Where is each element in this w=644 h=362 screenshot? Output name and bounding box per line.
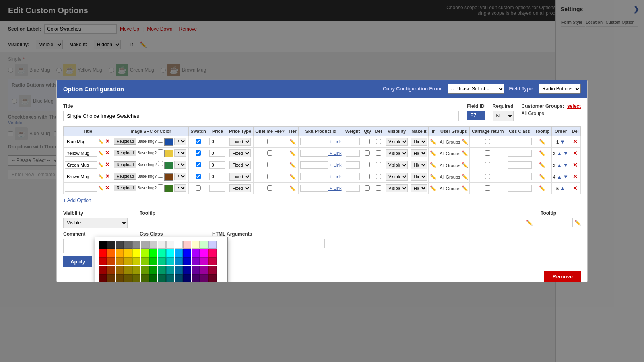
color-swatch-cell[interactable] xyxy=(116,257,124,265)
color-swatch-cell[interactable] xyxy=(192,274,200,282)
color-swatch-cell[interactable] xyxy=(175,274,183,282)
color-swatch-cell[interactable] xyxy=(124,241,132,249)
color-swatch-cell[interactable] xyxy=(141,257,149,265)
color-swatch-cell[interactable] xyxy=(192,241,200,249)
color-swatch-cell[interactable] xyxy=(200,249,208,257)
color-swatch-cell[interactable] xyxy=(107,257,115,265)
tier-pencil-icon[interactable]: ✏️ xyxy=(289,185,296,191)
css-class-row-input[interactable] xyxy=(508,161,532,169)
vis-select[interactable]: VisibleHidden xyxy=(386,161,408,169)
color-type-select[interactable]: ▼ xyxy=(174,138,186,145)
color-swatch-cell[interactable] xyxy=(208,241,217,249)
user-groups-pencil-icon[interactable]: ✏️ xyxy=(462,185,468,191)
color-swatch-cell[interactable] xyxy=(208,249,217,257)
vis-select[interactable]: VisibleHidden xyxy=(386,138,408,146)
color-swatch-cell[interactable] xyxy=(107,274,115,282)
color-swatch-cell[interactable] xyxy=(99,266,107,274)
title-x-icon[interactable]: ✕ xyxy=(105,173,110,179)
onetime-check[interactable] xyxy=(267,162,272,167)
onetime-check[interactable] xyxy=(267,185,272,191)
price-input[interactable] xyxy=(209,150,225,157)
price-type-select[interactable]: Fixed% xyxy=(229,184,251,192)
swatch-check[interactable] xyxy=(196,185,201,191)
color-type-select[interactable]: ▼ xyxy=(174,149,186,157)
make-it-row-select[interactable]: HiddVisi xyxy=(411,149,427,157)
add-option-link[interactable]: + Add Option xyxy=(63,197,91,203)
def-check[interactable] xyxy=(376,150,381,156)
remove-button[interactable]: Remove xyxy=(544,271,581,282)
color-swatch-cell[interactable] xyxy=(132,249,140,257)
color-swatch-cell[interactable] xyxy=(192,249,200,257)
base-img-check[interactable] xyxy=(158,161,163,166)
user-groups-pencil-icon[interactable]: ✏️ xyxy=(462,150,468,156)
color-swatch-cell[interactable] xyxy=(132,274,140,282)
arrow-up-icon[interactable]: ▲ xyxy=(557,174,562,180)
color-swatch-cell[interactable] xyxy=(132,241,140,249)
row-title-input[interactable] xyxy=(65,161,97,169)
color-swatch-cell[interactable] xyxy=(149,257,157,265)
vis-select[interactable]: VisibleHidden xyxy=(386,184,408,192)
def-check[interactable] xyxy=(376,185,381,191)
color-swatch-cell[interactable] xyxy=(192,257,200,265)
price-input[interactable] xyxy=(209,173,225,180)
reupload-button[interactable]: Reupload xyxy=(114,150,136,156)
qty-check[interactable] xyxy=(365,162,370,167)
color-swatch-cell[interactable] xyxy=(141,249,149,257)
reupload-button[interactable]: Reupload xyxy=(114,161,136,168)
title-x-icon[interactable]: ✕ xyxy=(105,150,110,156)
if-row-pencil-icon[interactable]: ✏️ xyxy=(430,185,436,191)
weight-input[interactable] xyxy=(346,173,360,180)
reupload-button[interactable]: Reupload xyxy=(114,185,136,191)
field-type-select[interactable]: Radio Buttons xyxy=(539,84,581,94)
title-x-icon[interactable]: ✕ xyxy=(105,161,110,168)
row-title-input[interactable] xyxy=(65,138,97,145)
color-swatch-cell[interactable] xyxy=(166,266,174,274)
color-swatch-cell[interactable] xyxy=(99,241,107,249)
color-type-select[interactable]: ▼ xyxy=(174,173,186,180)
color-swatch-cell[interactable] xyxy=(149,241,157,249)
link-a[interactable]: + Link xyxy=(328,186,342,191)
price-type-select[interactable]: Fixed% xyxy=(229,161,251,169)
color-swatch-cell[interactable] xyxy=(183,274,191,282)
color-swatch-cell[interactable] xyxy=(158,249,166,257)
required-select[interactable]: NoYes xyxy=(493,111,514,121)
tier-pencil-icon[interactable]: ✏️ xyxy=(289,174,296,180)
if-row-pencil-icon[interactable]: ✏️ xyxy=(430,139,436,145)
user-groups-pencil-icon[interactable]: ✏️ xyxy=(462,174,468,180)
carriage-check[interactable] xyxy=(485,139,490,144)
arrow-down-icon[interactable]: ▼ xyxy=(563,162,568,168)
onetime-check[interactable] xyxy=(267,139,272,144)
color-swatch-cell[interactable] xyxy=(183,257,191,265)
link-a[interactable]: + Link xyxy=(328,174,342,179)
color-swatch-cell[interactable] xyxy=(124,257,132,265)
weight-input[interactable] xyxy=(346,185,360,192)
color-swatch-cell[interactable] xyxy=(107,266,115,274)
sku-input[interactable] xyxy=(300,150,328,157)
tooltip-row-pencil-icon[interactable]: ✏️ xyxy=(539,162,545,168)
css-class-row-input[interactable] xyxy=(508,138,532,145)
qty-check[interactable] xyxy=(365,150,370,156)
color-swatch-cell[interactable] xyxy=(149,266,157,274)
css-class-row-input[interactable] xyxy=(508,185,532,192)
delete-row-icon[interactable]: ✕ xyxy=(573,173,578,180)
row-title-input[interactable] xyxy=(65,173,97,180)
row-title-input[interactable] xyxy=(65,150,97,157)
price-type-select[interactable]: Fixed% xyxy=(229,149,251,157)
color-swatch-cell[interactable] xyxy=(116,266,124,274)
onetime-check[interactable] xyxy=(267,174,272,179)
html-args-input[interactable] xyxy=(212,239,325,248)
def-check[interactable] xyxy=(376,139,381,144)
sku-input[interactable] xyxy=(300,138,328,145)
delete-row-icon[interactable]: ✕ xyxy=(573,162,578,168)
carriage-check[interactable] xyxy=(485,150,490,156)
color-swatch-cell[interactable] xyxy=(208,257,217,265)
swatch-check[interactable] xyxy=(196,162,201,167)
title-input[interactable] xyxy=(63,111,459,121)
color-swatch-cell[interactable] xyxy=(183,241,191,249)
price-input[interactable] xyxy=(209,185,225,192)
onetime-check[interactable] xyxy=(267,150,272,156)
color-swatch-cell[interactable] xyxy=(183,266,191,274)
tooltip-input[interactable] xyxy=(140,218,524,227)
color-swatch-cell[interactable] xyxy=(175,241,183,249)
color-swatch-cell[interactable] xyxy=(158,266,166,274)
